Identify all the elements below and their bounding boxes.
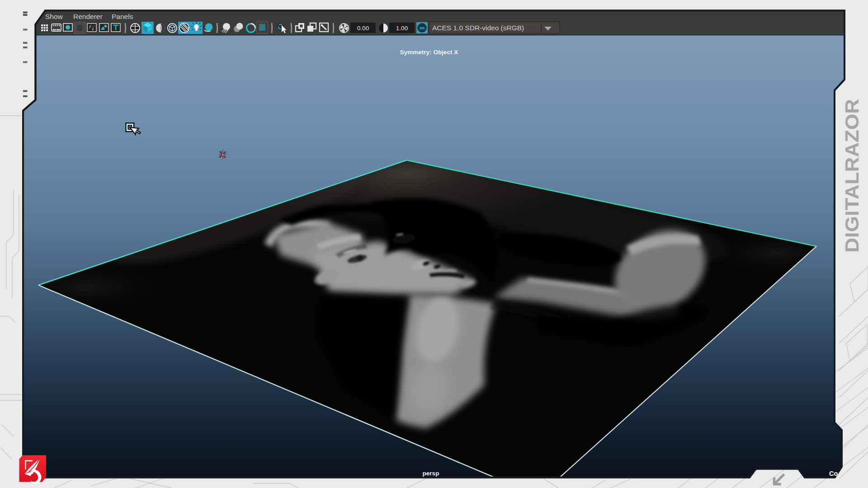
svg-text:ACES 1.0 SDR-video (sRGB): ACES 1.0 SDR-video (sRGB) bbox=[432, 24, 524, 32]
svg-text:Co: Co bbox=[829, 470, 838, 477]
svg-text:DIGITALRAZOR: DIGITALRAZOR bbox=[841, 99, 863, 253]
svg-text:on: on bbox=[420, 26, 425, 30]
svg-text:0.00: 0.00 bbox=[357, 25, 369, 32]
svg-text:Show: Show bbox=[45, 13, 63, 20]
svg-text:Panels: Panels bbox=[112, 13, 133, 20]
svg-text:persp: persp bbox=[423, 470, 439, 477]
svg-text:Renderer: Renderer bbox=[73, 13, 103, 20]
svg-text:Symmetry: Object X: Symmetry: Object X bbox=[400, 49, 458, 56]
svg-text:2: 2 bbox=[92, 27, 94, 31]
svg-text:1.00: 1.00 bbox=[396, 25, 408, 32]
